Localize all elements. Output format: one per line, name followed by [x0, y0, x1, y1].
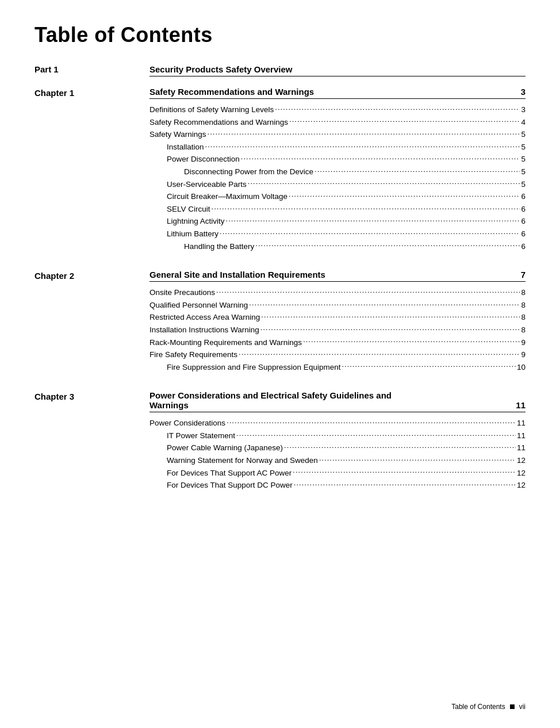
toc-entry: Fire Suppression and Fire Suppression Eq…: [149, 361, 526, 374]
part1-row: Part 1 Security Products Safety Overview: [34, 64, 526, 76]
toc-entry: Installation Instructions Warning 8: [149, 324, 526, 336]
footer: Table of Contents vii: [451, 703, 526, 711]
chapter3-page: 11: [516, 400, 526, 410]
chapter1-entries: Definitions of Safety Warning Levels 3 S…: [149, 104, 526, 252]
footer-square-icon: [510, 704, 515, 709]
chapter3-label: Chapter 3: [34, 390, 149, 401]
chapter1-header-row: Chapter 1 Safety Recommendations and War…: [34, 87, 526, 99]
toc-entry: Disconnecting Power from the Device 5: [149, 166, 526, 178]
chapter3-block: Chapter 3 Power Considerations and Elect…: [34, 390, 526, 492]
toc-entry: Rack-Mounting Requirements and Warnings …: [149, 336, 526, 349]
chapter2-header-row: Chapter 2 General Site and Installation …: [34, 270, 526, 282]
toc-section: Part 1 Security Products Safety Overview…: [34, 64, 526, 492]
footer-page: vii: [519, 703, 526, 711]
toc-entry: Power Cable Warning (Japanese) 11: [149, 442, 526, 454]
chapter3-header-row: Chapter 3 Power Considerations and Elect…: [34, 390, 526, 412]
toc-entry: IT Power Statement 11: [149, 430, 526, 442]
toc-entry: Safety Recommendations and Warnings 4: [149, 116, 526, 129]
chapter3-entries: Power Considerations 11 IT Power Stateme…: [149, 417, 526, 492]
toc-entry: For Devices That Support AC Power 12: [149, 467, 526, 480]
toc-entry: Handling the Battery 6: [149, 240, 526, 253]
chapter2-header-right: General Site and Installation Requiremen…: [149, 270, 526, 282]
chapter3-title: Power Considerations and Electrical Safe…: [149, 390, 510, 410]
toc-entry: Power Considerations 11: [149, 417, 526, 430]
toc-entry: Installation 5: [149, 141, 526, 154]
toc-entry: Circuit Breaker—Maximum Voltage 6: [149, 190, 526, 203]
toc-entry: Restricted Access Area Warning 8: [149, 311, 526, 324]
footer-text: Table of Contents: [451, 703, 505, 711]
page-title: Table of Contents: [34, 23, 526, 47]
toc-entry: For Devices That Support DC Power 12: [149, 479, 526, 492]
chapter1-title: Safety Recommendations and Warnings: [149, 87, 314, 97]
toc-entry: User-Serviceable Parts 5: [149, 178, 526, 191]
part1-label: Part 1: [34, 64, 149, 74]
chapter2-label: Chapter 2: [34, 270, 149, 281]
toc-entry: Qualified Personnel Warning 8: [149, 299, 526, 312]
chapter1-page: 3: [521, 87, 526, 97]
chapter2-page: 7: [521, 270, 526, 279]
part1-title: Security Products Safety Overview: [149, 64, 526, 76]
toc-entry: Warning Statement for Norway and Sweden …: [149, 454, 526, 467]
toc-entry: Lightning Activity 6: [149, 215, 526, 228]
toc-entry: Onsite Precautions 8: [149, 286, 526, 299]
toc-entry: Lithium Battery 6: [149, 228, 526, 240]
toc-entry: Power Disconnection 5: [149, 153, 526, 166]
chapter2-title: General Site and Installation Requiremen…: [149, 270, 325, 279]
chapter2-entries: Onsite Precautions 8 Qualified Personnel…: [149, 286, 526, 373]
chapter2-block: Chapter 2 General Site and Installation …: [34, 270, 526, 373]
toc-entry: Fire Safety Requirements 9: [149, 348, 526, 361]
toc-entry: SELV Circuit 6: [149, 203, 526, 216]
chapter1-header-right: Safety Recommendations and Warnings 3: [149, 87, 526, 99]
chapter1-label: Chapter 1: [34, 87, 149, 98]
toc-entry: Safety Warnings 5: [149, 128, 526, 141]
toc-entry: Definitions of Safety Warning Levels 3: [149, 104, 526, 116]
chapter1-block: Chapter 1 Safety Recommendations and War…: [34, 87, 526, 252]
chapter3-header-right: Power Considerations and Electrical Safe…: [149, 390, 526, 412]
